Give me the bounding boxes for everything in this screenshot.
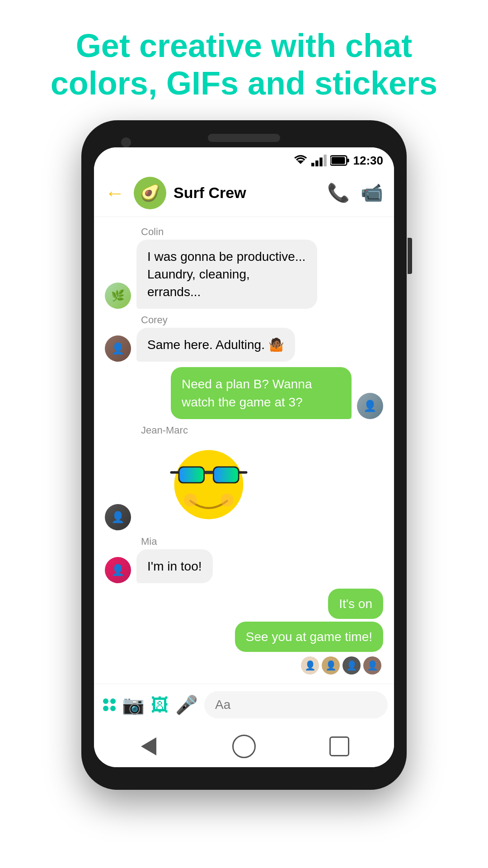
seen-avatars: 👤 👤 👤 👤 xyxy=(301,656,381,675)
message-row-colin: 🌿 I was gonna be productive... Laundry, … xyxy=(105,240,383,309)
bubble-self-1: Need a plan B? Wanna watch the game at 3… xyxy=(171,367,352,419)
phone-screen: 12:30 ← 🥑 Surf Crew 📞 📹 Colin xyxy=(94,147,394,768)
svg-rect-1 xyxy=(311,163,314,166)
status-time: 12:30 xyxy=(353,154,384,168)
bubble-colin: I was gonna be productive... Laundry, cl… xyxy=(136,240,317,309)
svg-rect-15 xyxy=(170,471,179,473)
message-row-self-1: 👤 Need a plan B? Wanna watch the game at… xyxy=(105,367,383,419)
message-row-jean: 👤 xyxy=(105,438,383,530)
svg-point-17 xyxy=(184,494,197,507)
avatar-mia: 👤 xyxy=(105,557,131,583)
gallery-icon[interactable]: 🖼 xyxy=(151,695,169,715)
message-group-mia: Mia 👤 I'm in too! xyxy=(105,536,383,583)
battery-icon xyxy=(330,155,350,166)
bottom-toolbar: 📷 🖼 🎤 😊 🏈 xyxy=(94,684,394,726)
message-group-colin: Colin 🌿 I was gonna be productive... Lau… xyxy=(105,226,383,309)
avatar-jean: 👤 xyxy=(105,504,131,530)
group-name: Surf Crew xyxy=(174,184,327,202)
svg-rect-6 xyxy=(347,159,349,162)
seen-avatar-3: 👤 xyxy=(343,656,361,675)
phone-frame: 12:30 ← 🥑 Surf Crew 📞 📹 Colin xyxy=(81,120,407,790)
sender-mia: Mia xyxy=(141,536,383,547)
status-icons: 12:30 xyxy=(292,154,383,168)
camera-dot xyxy=(121,137,131,147)
avatar-corey: 👤 xyxy=(105,335,131,362)
message-group-jean: Jean-Marc 👤 xyxy=(105,425,383,530)
page-header: Get creative with chat colors, GIFs and … xyxy=(14,0,474,120)
back-nav-button[interactable] xyxy=(135,733,162,760)
message-input[interactable] xyxy=(204,691,388,718)
wifi-icon xyxy=(292,155,309,166)
sticker-cool-face xyxy=(168,440,258,530)
call-button[interactable]: 📞 xyxy=(327,182,350,203)
chat-area: Colin 🌿 I was gonna be productive... Lau… xyxy=(94,217,394,684)
svg-rect-3 xyxy=(319,158,322,166)
recents-nav-button[interactable] xyxy=(326,733,353,760)
phone-notch xyxy=(94,134,394,142)
signal-icon xyxy=(311,155,328,166)
svg-rect-2 xyxy=(315,160,318,166)
svg-rect-7 xyxy=(332,157,345,164)
seen-avatar-2: 👤 xyxy=(322,656,340,675)
mic-icon[interactable]: 🎤 xyxy=(175,694,198,716)
phone-speaker xyxy=(208,134,280,142)
avatar-self-1: 👤 xyxy=(357,393,383,419)
message-group-corey: Corey 👤 Same here. Adulting. 🤷🏾 xyxy=(105,314,383,362)
status-bar: 12:30 xyxy=(94,147,394,171)
group-avatar: 🥑 xyxy=(134,177,166,209)
nav-actions: 📞 📹 xyxy=(327,182,383,203)
message-row-mia: 👤 I'm in too! xyxy=(105,549,383,583)
apps-icon[interactable] xyxy=(103,698,116,711)
message-group-self-1: 👤 Need a plan B? Wanna watch the game at… xyxy=(105,367,383,419)
side-button xyxy=(408,238,412,274)
sender-corey: Corey xyxy=(141,314,383,326)
svg-rect-13 xyxy=(214,467,238,482)
nav-bar: ← 🥑 Surf Crew 📞 📹 xyxy=(94,171,394,217)
avatar-colin: 🌿 xyxy=(105,283,131,309)
seen-avatar-1: 👤 xyxy=(301,656,319,675)
svg-rect-14 xyxy=(203,471,214,473)
outgoing-wrapper: It's on See you at game time! 👤 👤 👤 👤 xyxy=(105,589,383,675)
seen-avatar-4: 👤 xyxy=(363,656,381,675)
bubble-corey: Same here. Adulting. 🤷🏾 xyxy=(136,328,295,362)
camera-icon[interactable]: 📷 xyxy=(122,694,145,716)
svg-rect-12 xyxy=(179,467,203,482)
home-nav-button[interactable] xyxy=(230,733,258,760)
android-nav xyxy=(94,726,394,767)
sender-jean: Jean-Marc xyxy=(141,425,383,436)
back-button[interactable]: ← xyxy=(105,182,125,204)
bubble-its-on: It's on xyxy=(328,589,383,619)
page-title: Get creative with chat colors, GIFs and … xyxy=(51,27,437,102)
message-row-corey: 👤 Same here. Adulting. 🤷🏾 xyxy=(105,328,383,362)
cool-face-svg xyxy=(168,440,249,521)
sender-colin: Colin xyxy=(141,226,383,238)
svg-rect-16 xyxy=(239,471,248,473)
bubble-see-you: See you at game time! xyxy=(235,622,383,652)
bubble-mia: I'm in too! xyxy=(136,549,213,583)
svg-marker-0 xyxy=(297,160,304,164)
svg-point-18 xyxy=(221,494,234,507)
phone-wrapper: 12:30 ← 🥑 Surf Crew 📞 📹 Colin xyxy=(81,120,407,790)
svg-rect-4 xyxy=(324,155,326,166)
video-button[interactable]: 📹 xyxy=(361,182,383,203)
